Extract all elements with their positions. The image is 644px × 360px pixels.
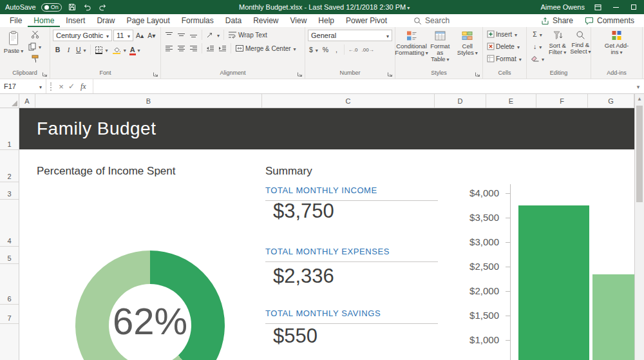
row-header-5[interactable]: 5 — [0, 247, 19, 264]
autosum-button[interactable]: Σ — [529, 29, 545, 39]
increase-decimal-button[interactable]: ←.0 — [347, 44, 359, 55]
bold-button[interactable]: B — [53, 44, 62, 55]
orientation-button[interactable] — [205, 30, 221, 40]
percent-style-button[interactable]: % — [321, 44, 330, 55]
align-left-button[interactable] — [164, 43, 175, 53]
share-button[interactable]: Share — [535, 14, 579, 27]
minimize-button[interactable] — [611, 2, 621, 12]
restore-button[interactable] — [629, 2, 639, 12]
row-header-3[interactable]: 3 — [0, 182, 19, 200]
cell-styles-button[interactable]: Cell Styles — [455, 29, 480, 68]
cancel-icon[interactable] — [56, 82, 66, 91]
paste-button[interactable]: Paste — [3, 29, 24, 68]
redo-icon[interactable] — [98, 2, 108, 12]
font-color-button[interactable]: A — [129, 44, 142, 55]
format-as-table-button[interactable]: Format as Table — [428, 29, 453, 68]
accounting-format-button[interactable]: $ — [308, 44, 319, 55]
document-title[interactable]: Monthly Budget.xlsx - Last Saved 12/1/20… — [113, 3, 536, 11]
undo-icon[interactable] — [82, 2, 93, 12]
column-header-a[interactable]: A — [19, 94, 35, 108]
comma-style-button[interactable]: , — [332, 44, 341, 55]
tab-view[interactable]: View — [285, 14, 313, 27]
styles-dialog-launcher-icon[interactable] — [475, 71, 480, 77]
decrease-font-size-button[interactable]: A▾ — [146, 30, 156, 41]
tab-home[interactable]: Home — [28, 14, 60, 27]
search-box[interactable]: Search — [413, 16, 450, 25]
align-top-button[interactable] — [164, 30, 175, 40]
tab-file[interactable]: File — [4, 14, 28, 27]
row-header-4[interactable]: 4 — [0, 200, 19, 247]
underline-button[interactable]: U — [75, 44, 88, 55]
insert-cells-button[interactable]: Insert — [486, 29, 518, 39]
format-cells-button[interactable]: Format — [486, 53, 523, 64]
format-painter-button[interactable] — [27, 53, 43, 64]
name-box[interactable]: F17 — [0, 79, 46, 93]
column-header-e[interactable]: E — [486, 94, 536, 108]
align-bottom-button[interactable] — [188, 30, 199, 40]
row-header-1[interactable]: 1 — [0, 108, 19, 150]
column-header-g[interactable]: G — [588, 94, 634, 108]
user-name[interactable]: Aimee Owens — [541, 3, 585, 11]
copy-button[interactable] — [27, 41, 43, 52]
tab-page-layout[interactable]: Page Layout — [120, 14, 175, 27]
tab-formulas[interactable]: Formulas — [176, 14, 220, 27]
tab-draw[interactable]: Draw — [91, 14, 120, 27]
fill-button[interactable]: ↓ — [529, 41, 545, 52]
italic-button[interactable]: I — [64, 44, 73, 55]
column-header-d[interactable]: D — [435, 94, 486, 108]
align-middle-button[interactable] — [176, 30, 187, 40]
income-bar[interactable] — [518, 205, 589, 360]
row-header-2[interactable]: 2 — [0, 150, 19, 182]
enter-icon[interactable] — [66, 82, 77, 91]
font-dialog-launcher-icon[interactable] — [153, 71, 158, 77]
align-right-button[interactable] — [188, 43, 199, 53]
comments-button[interactable]: Comments — [579, 14, 640, 27]
fill-color-button[interactable] — [111, 44, 128, 55]
row-header-6[interactable]: 6 — [0, 264, 19, 305]
vertical-scrollbar[interactable] — [634, 94, 644, 360]
tab-data[interactable]: Data — [220, 14, 247, 27]
borders-button[interactable] — [93, 44, 109, 55]
formula-input[interactable] — [93, 79, 632, 93]
number-format-combo[interactable]: General — [308, 30, 392, 41]
tab-review[interactable]: Review — [247, 14, 284, 27]
expenses-bar[interactable] — [592, 274, 634, 360]
increase-font-size-button[interactable]: A▴ — [135, 30, 145, 41]
decrease-indent-button[interactable] — [205, 43, 216, 53]
cut-button[interactable] — [27, 29, 43, 39]
font-name-combo[interactable]: Century Gothic — [53, 30, 112, 41]
select-all-corner[interactable] — [0, 94, 19, 108]
get-addins-button[interactable]: Get Add-ins — [599, 29, 635, 68]
font-size-combo[interactable]: 11 — [113, 30, 133, 41]
scroll-thumb[interactable] — [636, 106, 643, 202]
sort-filter-button[interactable]: Sort & Filter — [548, 29, 567, 68]
ribbon-display-options-icon[interactable] — [592, 2, 603, 12]
clear-button[interactable] — [529, 53, 545, 64]
autosave-toggle[interactable]: On — [41, 3, 62, 12]
tab-insert[interactable]: Insert — [60, 14, 91, 27]
align-center-button[interactable] — [176, 43, 187, 53]
savings-value: $550 — [273, 325, 317, 348]
scroll-up-icon[interactable] — [635, 94, 644, 104]
formula-bar-expand-icon[interactable] — [632, 82, 644, 91]
number-dialog-launcher-icon[interactable] — [387, 71, 393, 77]
save-icon[interactable] — [67, 2, 77, 12]
row-header-7[interactable]: 7 — [0, 305, 19, 324]
tab-help[interactable]: Help — [312, 14, 340, 27]
clipboard-dialog-launcher-icon[interactable] — [42, 71, 48, 77]
find-select-button[interactable]: Find & Select — [569, 29, 591, 68]
insert-function-icon[interactable]: fx — [80, 82, 86, 91]
column-header-f[interactable]: F — [536, 94, 588, 108]
row-header-filler[interactable] — [0, 324, 19, 360]
conditional-formatting-button[interactable]: Conditional Formatting — [398, 29, 425, 68]
decrease-decimal-button[interactable]: .00→ — [361, 44, 375, 55]
increase-indent-button[interactable] — [217, 43, 228, 53]
formula-bar-handle[interactable] — [50, 82, 52, 91]
merge-center-button[interactable]: Merge & Center — [234, 43, 298, 53]
column-header-b[interactable]: B — [35, 94, 262, 108]
alignment-dialog-launcher-icon[interactable] — [297, 71, 303, 77]
delete-cells-button[interactable]: Delete — [486, 41, 521, 52]
column-header-c[interactable]: C — [262, 94, 435, 108]
wrap-text-button[interactable]: Wrap Text — [227, 30, 269, 40]
tab-power-pivot[interactable]: Power Pivot — [340, 14, 393, 27]
